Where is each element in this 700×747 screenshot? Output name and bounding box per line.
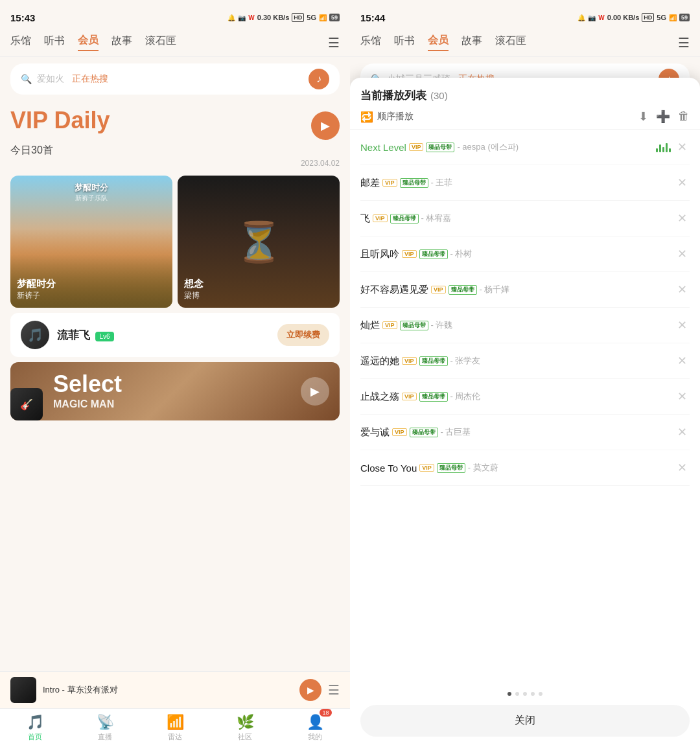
item6-vip-tag: VIP — [382, 321, 397, 329]
nav-radar[interactable]: 📶 雷达 — [161, 711, 189, 744]
playlist-item-7[interactable]: 遥远的她 VIP 臻品母带 - 张学友 ✕ — [360, 343, 690, 379]
bottom-nav-left: 🎵 首页 📡 直播 📶 雷达 🌿 社区 👤 我的 18 — [0, 708, 350, 747]
community-icon: 🌿 — [237, 714, 254, 731]
status-icons-right: 🔔 📷 W 0.00 KB/s HD 5G 📶 59 — [578, 13, 690, 22]
playlist-item-9[interactable]: 爱与诚 VIP 臻品母带 - 古巨基 ✕ — [360, 415, 690, 450]
status-time-right: 15:44 — [360, 12, 385, 23]
user-name: 流菲飞 — [57, 329, 90, 341]
tab-gushi-left[interactable]: 故事 — [111, 34, 132, 51]
item8-remove[interactable]: ✕ — [675, 387, 690, 406]
wifi-icon: 📶 — [319, 14, 327, 21]
playlist-count: (30) — [430, 90, 448, 101]
item6-title: 灿烂 VIP 臻品母带 - 许魏 — [360, 319, 671, 332]
radar-icon: 📶 — [167, 714, 184, 731]
playlist-item-1[interactable]: Next Level VIP 臻品母带 - aespa (에스파) ✕ — [360, 130, 690, 165]
item1-remove[interactable]: ✕ — [675, 137, 690, 157]
playlist-mode[interactable]: 🔁 顺序播放 — [360, 111, 633, 123]
select-title: Select — [53, 373, 122, 396]
tab-huiyuan-right[interactable]: 会员 — [428, 34, 449, 51]
tab-tingshu-right[interactable]: 听书 — [394, 34, 415, 51]
item5-title: 好不容易遇见爱 VIP 臻品母带 - 杨千嬅 — [360, 284, 671, 296]
np-album-art — [10, 677, 36, 703]
item7-vip-tag: VIP — [402, 357, 417, 365]
search-placeholder-left: 爱如火 正在热搜 — [37, 73, 303, 85]
music-logo-left[interactable]: ♪ — [309, 69, 329, 89]
item6-remove[interactable]: ✕ — [675, 316, 690, 335]
item3-info: 飞 VIP 臻品母带 - 林宥嘉 — [360, 213, 671, 225]
item7-info: 遥远的她 VIP 臻品母带 - 张学友 — [360, 355, 671, 367]
item9-vip-tag: VIP — [392, 428, 407, 436]
download-all-icon[interactable]: ⬇ — [638, 109, 648, 124]
tab-yeguan-left[interactable]: 乐馆 — [10, 34, 31, 51]
menu-icon-right[interactable]: ☰ — [678, 35, 690, 51]
playlist-item-5[interactable]: 好不容易遇见爱 VIP 臻品母带 - 杨千嬅 ✕ — [360, 272, 690, 308]
item2-remove[interactable]: ✕ — [675, 173, 690, 192]
tab-tingshu-left[interactable]: 听书 — [44, 34, 65, 51]
item7-remove[interactable]: ✕ — [675, 351, 690, 371]
tab-yeguan-right[interactable]: 乐馆 — [360, 34, 381, 51]
tab-gunshi-left[interactable]: 滚石匣 — [145, 34, 176, 51]
nav-home[interactable]: 🎵 首页 — [21, 711, 49, 744]
item8-info: 止战之殇 VIP 臻品母带 - 周杰伦 — [360, 391, 671, 403]
playlist-overlay: 当前播放列表 (30) 🔁 顺序播放 ⬇ ➕ 🗑 — [350, 78, 700, 747]
playlist-pagination — [350, 685, 700, 700]
select-play-btn[interactable]: ▶ — [301, 377, 329, 406]
tab-gushi-right[interactable]: 故事 — [461, 34, 482, 51]
item9-premium-tag: 臻品母带 — [410, 428, 438, 437]
nav-live-label: 直播 — [98, 732, 112, 742]
playlist-item-10[interactable]: Close To You VIP 臻品母带 - 莫文蔚 ✕ — [360, 450, 690, 486]
np-queue-icon[interactable]: ☰ — [328, 682, 340, 698]
dot-4[interactable] — [531, 692, 535, 696]
item4-remove[interactable]: ✕ — [675, 244, 690, 264]
select-card[interactable]: Select MAGIC MAN 🎸 ▶ — [10, 362, 340, 420]
playlist-item-4[interactable]: 且听风吟 VIP 臻品母带 - 朴树 ✕ — [360, 236, 690, 272]
battery-icon-r: 59 — [679, 14, 690, 21]
dot-3[interactable] — [523, 692, 527, 696]
album-card-1[interactable]: 梦醒时分 新裤子乐队 梦醒时分 新裤子 — [10, 176, 172, 308]
vip-header-left: VIP Daily ▶ — [0, 101, 350, 143]
np-track-title: Intro - 草东没有派对 — [43, 684, 293, 696]
dot-2[interactable] — [515, 692, 519, 696]
menu-icon-left[interactable]: ☰ — [328, 35, 340, 51]
np-play-button[interactable]: ▶ — [299, 679, 321, 701]
weibo-icon: W — [248, 14, 254, 21]
item6-info: 灿烂 VIP 臻品母带 - 许魏 — [360, 319, 671, 332]
playlist-item-3[interactable]: 飞 VIP 臻品母带 - 林宥嘉 ✕ — [360, 201, 690, 236]
album1-info: 梦醒时分 新裤子 — [17, 278, 56, 301]
playlist-item-6[interactable]: 灿烂 VIP 臻品母带 - 许魏 ✕ — [360, 308, 690, 343]
item10-remove[interactable]: ✕ — [675, 458, 690, 477]
tab-huiyuan-left[interactable]: 会员 — [78, 34, 99, 51]
live-icon: 📡 — [97, 714, 114, 731]
item2-title: 邮差 VIP 臻品母带 - 王菲 — [360, 177, 671, 189]
tab-gunshi-right[interactable]: 滚石匣 — [495, 34, 526, 51]
item5-remove[interactable]: ✕ — [675, 280, 690, 299]
vip-date: 2023.04.02 — [0, 157, 350, 170]
playlist-item-2[interactable]: 邮差 VIP 臻品母带 - 王菲 ✕ — [360, 165, 690, 201]
hourglass-icon: ⏳ — [235, 219, 283, 265]
hd-icon: HD — [292, 13, 304, 22]
dot-5[interactable] — [539, 692, 542, 696]
delete-all-icon[interactable]: 🗑 — [678, 109, 690, 124]
dot-1[interactable] — [508, 692, 511, 696]
item5-vip-tag: VIP — [431, 286, 446, 293]
close-playlist-button[interactable]: 关闭 — [360, 705, 690, 737]
nav-tabs-right: 乐馆 听书 会员 故事 滚石匣 ☰ — [350, 29, 700, 57]
item10-info: Close To You VIP 臻品母带 - 莫文蔚 — [360, 462, 671, 474]
item9-title: 爱与诚 VIP 臻品母带 - 古巨基 — [360, 426, 671, 439]
playlist-title: 当前播放列表 — [360, 88, 426, 103]
item3-remove[interactable]: ✕ — [675, 209, 690, 228]
nav-community[interactable]: 🌿 社区 — [231, 711, 259, 744]
5g-icon: 5G — [307, 14, 316, 21]
playlist-item-8[interactable]: 止战之殇 VIP 臻品母带 - 周杰伦 ✕ — [360, 379, 690, 415]
album-card-2[interactable]: ⏳ 想念 梁博 — [178, 176, 340, 308]
search-bar-left[interactable]: 🔍 爱如火 正在热搜 ♪ — [10, 63, 340, 95]
item9-remove[interactable]: ✕ — [675, 422, 690, 442]
add-all-icon[interactable]: ➕ — [656, 109, 670, 124]
item10-title: Close To You VIP 臻品母带 - 莫文蔚 — [360, 462, 671, 474]
user-info: 流菲飞 Lv6 — [57, 328, 270, 343]
nav-mine[interactable]: 👤 我的 18 — [301, 711, 329, 744]
nav-live[interactable]: 📡 直播 — [91, 711, 119, 744]
vip-play-button[interactable]: ▶ — [311, 111, 340, 140]
renew-button[interactable]: 立即续费 — [277, 324, 329, 346]
repeat-icon: 🔁 — [360, 111, 373, 123]
